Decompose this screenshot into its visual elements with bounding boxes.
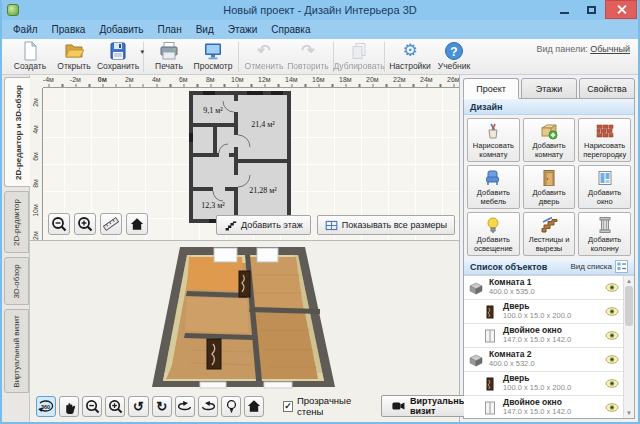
window-controls xyxy=(551,0,637,19)
scroll-down-icon[interactable]: ▼ xyxy=(626,408,632,418)
rotate-360-button[interactable]: 360 xyxy=(36,396,56,417)
objects-list-scrollbar[interactable]: ▲ ▼ xyxy=(623,276,634,418)
object-dimensions: 100.0 x 15.0 x 200.0 xyxy=(503,384,571,393)
new-project-button[interactable]: Создать xyxy=(8,40,52,71)
settings-button[interactable]: ⚙ Настройки xyxy=(388,40,432,71)
tab-project[interactable]: Проект xyxy=(463,78,519,99)
floor-plan-drawing: 9,1 м² 21,4 м² 21,28 м² 12,3 м² xyxy=(187,89,293,225)
redo-button: ↷ Повторить xyxy=(286,40,330,71)
add-column-button[interactable]: Добавить колонну xyxy=(578,212,631,256)
visibility-eye-icon[interactable] xyxy=(605,307,619,316)
double-window-icon xyxy=(482,400,498,416)
lightbulb-icon xyxy=(224,399,239,414)
zoom-in-3d-button[interactable] xyxy=(105,396,125,417)
show-all-dimensions-button[interactable]: Показывать все размеры xyxy=(317,215,455,235)
new-document-icon xyxy=(20,41,40,61)
maximize-button[interactable] xyxy=(578,0,605,19)
visibility-eye-icon[interactable] xyxy=(605,403,619,412)
room-area-label: 9,1 м² xyxy=(203,106,223,115)
object-row-room1[interactable]: Комната 1 400.0 x 535.0 xyxy=(464,276,623,300)
toolbar-separator xyxy=(238,42,239,72)
orbit-left-button[interactable] xyxy=(175,396,195,417)
tab-2d-editor[interactable]: 2D-редактор xyxy=(4,191,29,253)
add-room-icon xyxy=(540,122,558,140)
rotate-up-button[interactable]: ↺ xyxy=(128,396,148,417)
tools-2d xyxy=(48,213,148,235)
object-dimensions: 100.0 x 15.0 x 200.0 xyxy=(503,312,571,321)
scroll-up-icon[interactable]: ▲ xyxy=(626,276,632,286)
save-button[interactable]: Сохранить ▾ xyxy=(96,40,140,71)
zoom-in-2d-button[interactable] xyxy=(74,213,96,235)
menu-file[interactable]: Файл xyxy=(6,22,45,37)
rotate-down-button[interactable]: ↻ xyxy=(152,396,172,417)
visibility-eye-icon[interactable] xyxy=(605,331,619,340)
tab-2d-3d[interactable]: 2D-редактор и 3D-обзор xyxy=(4,77,31,187)
menu-plan[interactable]: План xyxy=(151,22,189,37)
object-row-window2[interactable]: Двойное окно 147.0 x 15.0 x 142.0 xyxy=(464,396,623,418)
object-dimensions: 147.0 x 15.0 x 142.0 xyxy=(503,336,571,345)
menu-floors[interactable]: Этажи xyxy=(221,22,265,37)
zoom-out-2d-button[interactable] xyxy=(48,213,70,235)
door-icon xyxy=(482,376,498,392)
save-dropdown-icon[interactable]: ▾ xyxy=(140,48,144,56)
add-window-button[interactable]: Добавить окно xyxy=(578,165,631,209)
monitor-icon xyxy=(203,41,223,61)
panel-view-link[interactable]: Обычный xyxy=(590,44,630,54)
room-icon xyxy=(468,352,484,368)
menu-help[interactable]: Справка xyxy=(264,22,317,37)
object-dimensions: 400.0 x 532.0 xyxy=(489,360,534,369)
zoom-out-3d-button[interactable] xyxy=(82,396,102,417)
view-3d[interactable]: 360 xyxy=(30,241,459,422)
tab-virtual-visit[interactable]: Виртуальный визит xyxy=(4,309,29,393)
tab-3d-view[interactable]: 3D-обзор xyxy=(4,257,29,305)
menu-edit[interactable]: Правка xyxy=(45,22,93,37)
undo-icon: ↶ xyxy=(257,41,270,61)
brick-wall-icon xyxy=(596,122,614,140)
list-view-button[interactable] xyxy=(615,260,628,273)
open-button[interactable]: Открыть xyxy=(52,40,96,71)
menu-view[interactable]: Вид xyxy=(189,22,221,37)
zoom-out-icon xyxy=(85,399,100,414)
home-view-2d-button[interactable] xyxy=(126,213,148,235)
pan-hand-button[interactable] xyxy=(59,396,79,417)
object-row-door1[interactable]: Дверь 100.0 x 15.0 x 200.0 xyxy=(464,300,623,324)
visibility-eye-icon[interactable] xyxy=(605,283,619,292)
redo-icon: ↷ xyxy=(301,41,314,61)
visibility-eye-icon[interactable] xyxy=(605,379,619,388)
transparent-walls-option[interactable]: ✓ Прозрачные стены xyxy=(283,395,368,417)
print-button[interactable]: Печать xyxy=(147,40,191,71)
stairs-cutouts-button[interactable]: Лестницы и вырезы xyxy=(523,212,576,256)
scrollbar-thumb[interactable] xyxy=(625,286,633,326)
add-floor-button[interactable]: Добавить этаж xyxy=(216,215,311,235)
object-row-door2[interactable]: Дверь 100.0 x 15.0 x 200.0 xyxy=(464,372,623,396)
zoom-in-icon xyxy=(108,399,123,414)
maximize-icon xyxy=(587,6,596,14)
object-row-window1[interactable]: Двойное окно 147.0 x 15.0 x 142.0 xyxy=(464,324,623,348)
tab-floors[interactable]: Этажи xyxy=(521,78,577,99)
lightbulb-icon xyxy=(484,216,502,234)
add-furniture-button[interactable]: Добавить мебель xyxy=(467,165,520,209)
preview-button[interactable]: Просмотр xyxy=(191,40,235,71)
draw-room-button[interactable]: Нарисовать комнату xyxy=(467,118,520,162)
transparent-walls-checkbox[interactable]: ✓ xyxy=(283,401,293,412)
measure-ruler-button[interactable] xyxy=(100,213,122,235)
orbit-right-button[interactable] xyxy=(198,396,218,417)
gear-icon: ⚙ xyxy=(402,41,417,61)
tab-properties[interactable]: Свойства xyxy=(579,78,635,99)
object-row-room2[interactable]: Комната 2 400.0 x 532.0 xyxy=(464,348,623,372)
horizontal-ruler: -4м-2м0м 2м4м6м 8м10м12м 14м16м18м 20м22… xyxy=(43,75,459,88)
lighting-button[interactable] xyxy=(221,396,241,417)
visibility-eye-icon[interactable] xyxy=(605,355,619,364)
menu-add[interactable]: Добавить xyxy=(92,22,150,37)
add-lighting-button[interactable]: Добавить освещение xyxy=(467,212,520,256)
plan-canvas-2d[interactable]: 9,1 м² 21,4 м² 21,28 м² 12,3 м² xyxy=(43,88,459,240)
rotate-ccw-icon: ↺ xyxy=(133,400,144,413)
tutorial-button[interactable]: ? Учебник xyxy=(432,40,476,71)
close-button[interactable] xyxy=(605,0,637,19)
minimize-button[interactable] xyxy=(551,0,578,19)
transparent-walls-label: Прозрачные стены xyxy=(297,395,368,417)
draw-partition-button[interactable]: Нарисовать перегородку xyxy=(578,118,631,162)
home-view-3d-button[interactable] xyxy=(244,396,264,417)
add-room-button[interactable]: Добавить комнату xyxy=(523,118,576,162)
add-door-button[interactable]: Добавить дверь xyxy=(523,165,576,209)
